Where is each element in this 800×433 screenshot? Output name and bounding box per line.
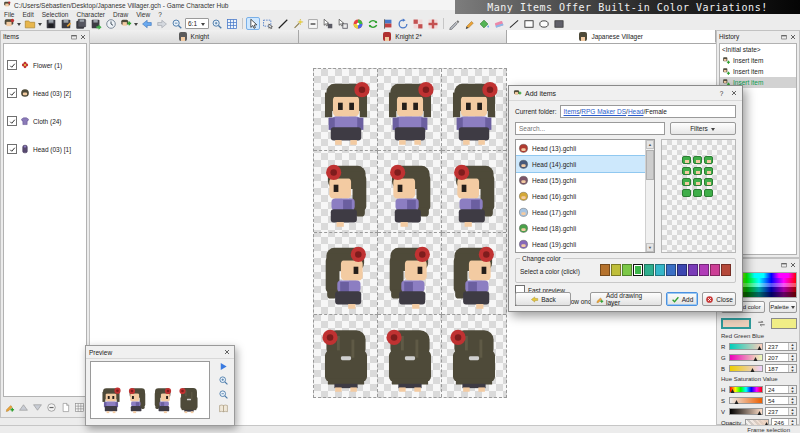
channel-value-spinbox[interactable]: 237▲▼ <box>765 342 797 351</box>
rect-select-tool-button[interactable] <box>261 17 275 30</box>
sprite-sheet-grid[interactable] <box>313 68 507 398</box>
ellipse-tool-tool-button[interactable] <box>537 17 551 30</box>
scroll-down-icon[interactable]: ▼ <box>646 243 654 252</box>
nav-forward-tool-button[interactable] <box>155 17 169 30</box>
export-tool-button[interactable] <box>89 17 103 30</box>
color-variation-swatch[interactable] <box>622 264 632 276</box>
nav-back-tool-button[interactable] <box>140 17 154 30</box>
history-entry[interactable]: <Initial state> <box>720 44 796 55</box>
palette-dropdown[interactable]: Palette <box>769 301 797 313</box>
slider-marker[interactable] <box>731 387 735 393</box>
file-row[interactable]: Head (19).gchli <box>516 236 654 252</box>
channel-value-spinbox[interactable]: 237▲▼ <box>765 407 797 416</box>
spin-arrows[interactable]: ▲▼ <box>788 397 796 404</box>
sprite-cell-up[interactable] <box>378 315 442 397</box>
spin-arrows[interactable]: ▲▼ <box>788 408 796 415</box>
item-row[interactable]: Flower (1) <box>4 58 86 72</box>
slider-marker[interactable] <box>757 344 761 350</box>
close-panel-icon[interactable] <box>78 32 87 41</box>
wand-select-tool-button[interactable] <box>291 17 305 30</box>
eraser-tool-button[interactable] <box>492 17 506 30</box>
tab-knight-2-[interactable]: Knight 2* <box>299 30 508 43</box>
color-variation-swatch[interactable] <box>633 264 643 276</box>
color-variation-swatch[interactable] <box>710 264 720 276</box>
sprite-cell-down[interactable] <box>442 69 506 151</box>
file-row[interactable]: Head (18).gchli <box>516 220 654 236</box>
shrink-select-tool-button[interactable] <box>306 17 320 30</box>
scroll-up-icon[interactable]: ▲ <box>646 140 654 149</box>
zoom-out-icon[interactable] <box>218 389 229 400</box>
save-as-tool-button[interactable] <box>59 17 73 30</box>
pencil-add-icon[interactable] <box>4 402 15 413</box>
file-row[interactable]: Head (14).gchli <box>516 156 654 172</box>
slider-marker[interactable] <box>734 398 738 404</box>
filled-rect-tool-button[interactable] <box>552 17 566 30</box>
save-all-tool-button[interactable] <box>74 17 88 30</box>
open-folder-tool-button[interactable] <box>23 17 37 30</box>
channel-value-spinbox[interactable]: 207▲▼ <box>765 353 797 362</box>
close-icon[interactable] <box>729 89 738 98</box>
page-icon[interactable] <box>60 402 71 413</box>
tab-knight[interactable]: Knight <box>90 30 299 43</box>
color-variation-swatch[interactable] <box>600 264 610 276</box>
raise-icon[interactable] <box>18 402 29 413</box>
zoom-in-tool-button[interactable] <box>210 17 224 30</box>
zoom-level-combo[interactable]: 6:1 <box>185 18 209 29</box>
scrollbar[interactable]: ▲ ▼ <box>645 140 654 252</box>
pixel-grid-tool-button[interactable] <box>225 17 239 30</box>
sprite-cell-down[interactable] <box>314 69 378 151</box>
sprite-cell-down[interactable] <box>378 69 442 151</box>
recent-clock-tool-button[interactable] <box>104 17 118 30</box>
float-panel-icon[interactable] <box>779 32 788 41</box>
color-variation-swatch[interactable] <box>666 264 676 276</box>
scroll-thumb[interactable] <box>646 150 654 180</box>
breadcrumb-head[interactable]: Head <box>628 108 644 115</box>
channel-value-spinbox[interactable]: 24▲▼ <box>765 385 797 394</box>
pen-tool-button[interactable] <box>447 17 461 30</box>
file-row[interactable]: Head (17).gchli <box>516 204 654 220</box>
line-tool-tool-button[interactable] <box>507 17 521 30</box>
chevron-down-icon[interactable] <box>134 23 138 28</box>
remove-circle-icon[interactable] <box>46 402 57 413</box>
sprite-cell-right[interactable] <box>442 233 506 315</box>
file-row[interactable]: Head (16).gchli <box>516 188 654 204</box>
tab-japanese-villager[interactable]: Japanese Villager <box>507 30 716 43</box>
sprite-cell-right[interactable] <box>378 233 442 315</box>
sprite-cell-right[interactable] <box>314 233 378 315</box>
color-variation-swatch[interactable] <box>699 264 709 276</box>
zoom-in-icon[interactable] <box>218 375 229 386</box>
search-input[interactable] <box>515 122 665 135</box>
history-entry[interactable]: Insert item <box>720 66 796 77</box>
primary-color-swatch[interactable] <box>721 318 751 329</box>
color-variation-swatch[interactable] <box>721 264 731 276</box>
zoom-out-tool-button[interactable] <box>170 17 184 30</box>
grid-gray-icon[interactable] <box>74 402 85 413</box>
color-variation-swatch[interactable] <box>655 264 665 276</box>
move-frame-tool-button[interactable] <box>336 17 350 30</box>
channel-slider[interactable] <box>729 397 763 404</box>
line-pick-tool-button[interactable] <box>276 17 290 30</box>
history-entry[interactable]: Insert item <box>720 55 796 66</box>
tile-b-tool-button[interactable] <box>426 17 440 30</box>
slider-marker[interactable] <box>753 355 757 361</box>
item-row[interactable]: Cloth (24) <box>4 114 86 128</box>
item-visibility-checkbox[interactable] <box>7 60 17 70</box>
close-panel-icon[interactable] <box>788 260 797 269</box>
cursor-tool-button[interactable] <box>246 17 260 30</box>
sprite-cell-up[interactable] <box>442 315 506 397</box>
lower-icon[interactable] <box>32 402 43 413</box>
color-variation-swatch[interactable] <box>611 264 621 276</box>
spin-arrows[interactable]: ▲▼ <box>788 386 796 393</box>
rect-tool-tool-button[interactable] <box>522 17 536 30</box>
item-visibility-checkbox[interactable] <box>7 88 17 98</box>
channel-slider[interactable] <box>729 386 763 393</box>
close-button[interactable]: Close <box>702 292 736 306</box>
channel-value-spinbox[interactable]: 187▲▼ <box>765 364 797 373</box>
breadcrumb-rpg-maker-ds[interactable]: RPG Maker DS <box>581 108 626 115</box>
swap-colors-icon[interactable] <box>751 319 771 328</box>
file-row[interactable]: Head (15).gchli <box>516 172 654 188</box>
add-button[interactable]: Add <box>666 292 698 306</box>
move-item-tool-button[interactable] <box>321 17 335 30</box>
spin-arrows[interactable]: ▲▼ <box>788 343 796 350</box>
channel-value-spinbox[interactable]: 54▲▼ <box>765 396 797 405</box>
